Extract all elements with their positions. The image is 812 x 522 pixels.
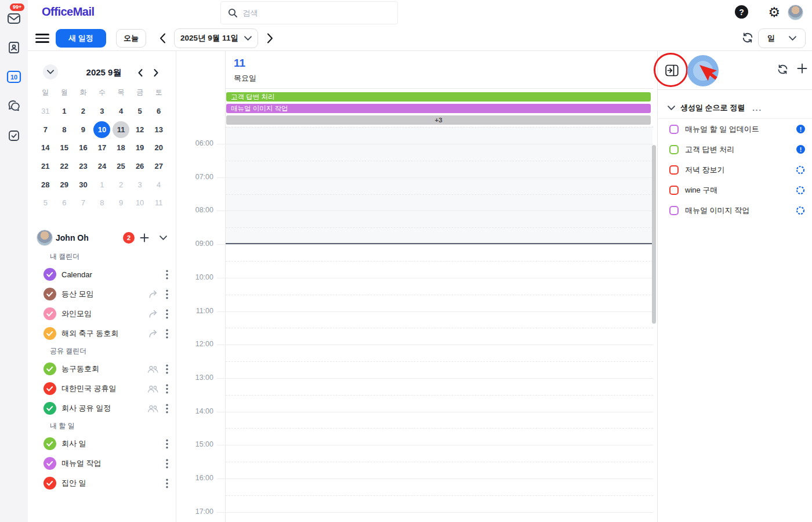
search-input[interactable]	[242, 9, 376, 17]
calendar-color-check-icon[interactable]	[44, 268, 56, 281]
mini-calendar-day[interactable]: 20	[149, 139, 168, 157]
mini-calendar-day[interactable]: 25	[111, 157, 130, 176]
item-menu-button[interactable]	[166, 309, 168, 319]
mini-calendar-day[interactable]: 26	[130, 157, 150, 176]
mini-calendar-day[interactable]: 23	[74, 157, 93, 176]
mini-calendar-day[interactable]: 19	[130, 139, 150, 157]
mini-calendar-selected-day[interactable]: 11	[111, 121, 130, 139]
add-calendar-icon[interactable]	[137, 231, 151, 245]
mini-calendar-day[interactable]: 2	[111, 175, 130, 194]
calendar-list-item[interactable]: 와인모임	[28, 304, 176, 324]
mini-calendar-day[interactable]: 15	[55, 139, 74, 157]
mini-calendar-day[interactable]: 29	[55, 175, 74, 194]
mini-calendar-day[interactable]: 1	[93, 175, 112, 194]
item-menu-button[interactable]	[166, 404, 168, 414]
help-button[interactable]: ?	[735, 5, 748, 19]
new-event-button[interactable]: 새 일정	[56, 29, 106, 48]
item-menu-button[interactable]	[166, 384, 168, 394]
mini-calendar-day[interactable]: 14	[36, 139, 55, 157]
mini-calendar-day[interactable]: 10	[130, 194, 150, 212]
add-task-icon[interactable]	[797, 63, 807, 74]
calendar-color-check-icon[interactable]	[44, 327, 56, 340]
rail-todo-icon[interactable]	[0, 124, 28, 147]
mini-calendar-day[interactable]: 17	[93, 139, 112, 157]
calendar-color-check-icon[interactable]	[44, 307, 56, 320]
profile-avatar[interactable]	[788, 5, 803, 20]
mini-calendar-today[interactable]: 10	[93, 121, 112, 139]
task-row[interactable]: wine 구매	[658, 180, 812, 200]
mini-calendar-collapse-button[interactable]	[43, 64, 58, 79]
task-checkbox[interactable]	[669, 186, 679, 195]
task-row[interactable]: 매뉴얼 할 일 업데이트!	[658, 119, 812, 139]
mini-calendar-day[interactable]: 7	[36, 121, 55, 139]
calendar-color-check-icon[interactable]	[44, 437, 56, 450]
mini-calendar-day[interactable]: 13	[149, 121, 168, 139]
mini-calendar-day[interactable]: 28	[36, 175, 55, 194]
allday-overflow-bar[interactable]: +3	[226, 115, 651, 125]
day-view-scrollbar[interactable]	[652, 145, 656, 324]
mini-calendar-day[interactable]: 11	[149, 194, 168, 212]
calendar-color-check-icon[interactable]	[44, 477, 56, 490]
mini-calendar-day[interactable]: 22	[55, 157, 74, 176]
next-day-chevron-icon[interactable]	[263, 32, 276, 45]
mini-calendar-day[interactable]: 2	[74, 102, 93, 121]
mini-calendar-day[interactable]: 4	[149, 175, 168, 194]
mini-calendar-day[interactable]: 8	[55, 121, 74, 139]
sort-more-menu[interactable]: ...	[752, 104, 762, 113]
item-menu-button[interactable]	[166, 478, 168, 488]
task-row[interactable]: 저녁 장보기	[658, 160, 812, 180]
calendar-list-item[interactable]: 매뉴얼 작업	[28, 454, 176, 473]
calendar-list-item[interactable]: 대한민국 공휴일	[28, 379, 176, 398]
task-row[interactable]: 매뉴얼 이미지 작업	[658, 200, 812, 220]
task-sort-row[interactable]: 생성일 순으로 정렬 ...	[658, 100, 812, 116]
calendar-list-item[interactable]: 회사 공유 일정	[28, 398, 176, 418]
mini-calendar-day[interactable]: 27	[149, 157, 168, 176]
prev-day-chevron-icon[interactable]	[156, 32, 169, 45]
rail-chat-icon[interactable]	[0, 95, 28, 118]
calendar-color-check-icon[interactable]	[44, 382, 56, 395]
mini-calendar-day[interactable]: 12	[130, 121, 150, 139]
calendar-color-check-icon[interactable]	[44, 362, 56, 375]
task-checkbox[interactable]	[669, 165, 679, 175]
account-row[interactable]: John Oh 2	[28, 230, 176, 247]
mini-calendar-day[interactable]: 3	[130, 175, 150, 194]
collapse-panel-button[interactable]	[664, 63, 679, 77]
mini-calendar-day[interactable]: 5	[130, 102, 150, 121]
date-selector[interactable]: 2025년 9월 11일	[174, 28, 258, 48]
item-menu-button[interactable]	[166, 439, 168, 449]
day-number[interactable]: 11	[234, 57, 245, 70]
task-row[interactable]: 고객 답변 처리!	[658, 139, 812, 160]
mini-calendar-day[interactable]: 16	[74, 139, 93, 157]
account-collapse-chevron-icon[interactable]	[156, 231, 170, 245]
calendar-list-item[interactable]: 집안 일	[28, 473, 176, 493]
mini-calendar-day[interactable]: 24	[93, 157, 112, 176]
mini-calendar-day[interactable]: 1	[55, 102, 74, 121]
calendar-color-check-icon[interactable]	[44, 402, 56, 415]
search-box[interactable]	[220, 1, 398, 24]
hamburger-menu-icon[interactable]	[35, 31, 49, 45]
task-checkbox[interactable]	[669, 206, 679, 215]
task-checkbox[interactable]	[669, 145, 679, 154]
mini-calendar-day[interactable]: 3	[93, 102, 112, 121]
item-menu-button[interactable]	[166, 289, 168, 299]
item-menu-button[interactable]	[166, 459, 168, 469]
mini-calendar-next-icon[interactable]	[150, 66, 162, 79]
calendar-list-item[interactable]: Calendar	[28, 264, 176, 284]
calendar-color-check-icon[interactable]	[44, 288, 56, 300]
mini-calendar-day[interactable]: 5	[36, 194, 55, 212]
mini-calendar-day[interactable]: 7	[74, 194, 93, 212]
item-menu-button[interactable]	[166, 329, 168, 339]
calendar-list-item[interactable]: 회사 일	[28, 434, 176, 454]
item-menu-button[interactable]	[166, 270, 168, 280]
calendar-list-item[interactable]: 농구동호회	[28, 359, 176, 379]
calendar-list-item[interactable]: 해외 축구 동호회	[28, 324, 176, 343]
mini-calendar-day[interactable]: 21	[36, 157, 55, 176]
item-menu-button[interactable]	[166, 364, 168, 374]
today-button[interactable]: 오늘	[116, 29, 146, 48]
mini-calendar-day[interactable]: 30	[74, 175, 93, 194]
time-grid[interactable]: 06:0007:0008:0009:0010:0011:0012:0013:00…	[176, 126, 657, 522]
rail-contacts-icon[interactable]	[0, 36, 28, 59]
view-mode-selector[interactable]: 일	[758, 28, 806, 48]
settings-gear-icon[interactable]: ⚙	[768, 3, 780, 21]
refresh-icon[interactable]	[741, 31, 754, 44]
